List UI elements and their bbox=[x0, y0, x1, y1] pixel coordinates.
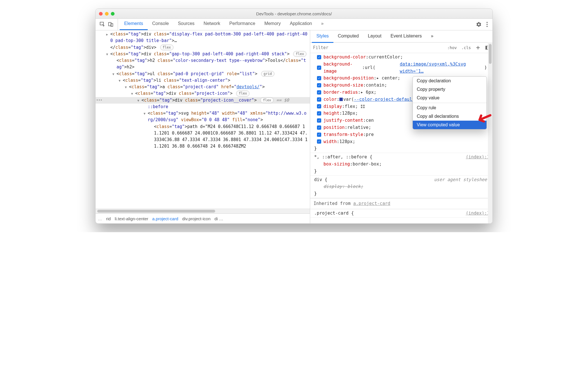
toggle-declaration-checkbox[interactable] bbox=[317, 133, 321, 137]
styles-panel: Styles Computed Layout Event Listeners »… bbox=[310, 30, 492, 223]
styles-tab-eventlisteners[interactable]: Event Listeners bbox=[386, 30, 426, 43]
main-toolbar: Elements Console Sources Network Perform… bbox=[96, 19, 492, 30]
toggle-declaration-checkbox[interactable] bbox=[317, 55, 321, 59]
device-toggle-icon[interactable] bbox=[108, 22, 114, 27]
svg-rect-9 bbox=[363, 105, 365, 106]
flex-editor-icon[interactable] bbox=[361, 104, 365, 108]
minimize-window-icon[interactable] bbox=[105, 12, 109, 16]
traffic-lights bbox=[99, 12, 115, 16]
toggle-declaration-checkbox[interactable] bbox=[317, 76, 321, 80]
css-declaration[interactable]: background-color: currentColor; bbox=[314, 54, 490, 61]
dom-horizontal-scrollbar[interactable] bbox=[96, 209, 310, 213]
styles-tab-layout[interactable]: Layout bbox=[363, 30, 386, 43]
dom-node[interactable]: ▼<class="tag">div class="project-icon"> … bbox=[96, 90, 310, 97]
toggle-declaration-checkbox[interactable] bbox=[317, 125, 321, 130]
dom-node[interactable]: ▼<class="tag">ul class="pad-0 project-gr… bbox=[96, 71, 310, 77]
svg-rect-8 bbox=[361, 105, 362, 106]
toggle-declaration-checkbox[interactable] bbox=[317, 83, 321, 87]
css-rule[interactable]: .project-card {(index):1 bbox=[310, 209, 492, 218]
context-menu-item[interactable]: Copy property bbox=[413, 85, 487, 94]
layout-badge[interactable]: flex bbox=[236, 91, 249, 97]
tab-application[interactable]: Application bbox=[285, 18, 316, 30]
tab-performance[interactable]: Performance bbox=[225, 18, 260, 30]
svg-rect-7 bbox=[486, 46, 487, 49]
layout-badge[interactable]: flex bbox=[260, 97, 274, 103]
tab-elements[interactable]: Elements bbox=[120, 18, 148, 30]
styles-filterbar: :hov .cls bbox=[310, 43, 492, 53]
css-declaration[interactable]: transform-style: pre bbox=[314, 131, 490, 138]
layout-badge[interactable]: flex bbox=[160, 45, 174, 51]
css-rule[interactable]: *, ::after, ::before {(index):1box-sizin… bbox=[310, 153, 492, 175]
new-style-rule-icon[interactable] bbox=[473, 45, 483, 50]
crumb-item[interactable]: rid bbox=[106, 216, 111, 221]
toggle-declaration-checkbox[interactable] bbox=[317, 118, 321, 123]
window-titlebar: DevTools - developer.chrome.com/docs/ bbox=[96, 9, 492, 19]
styles-tab-computed[interactable]: Computed bbox=[333, 30, 363, 43]
dom-node[interactable]: ▼<class="tag">li class="text-align-cente… bbox=[96, 77, 310, 84]
window-title: DevTools - developer.chrome.com/docs/ bbox=[96, 11, 492, 16]
zoom-window-icon[interactable] bbox=[111, 12, 115, 16]
tab-console[interactable]: Console bbox=[148, 18, 174, 30]
dom-node[interactable]: ▼<class="tag">svg height="48" width="48"… bbox=[96, 110, 310, 123]
breadcrumbs: … rid li.text-align-center a.project-car… bbox=[96, 213, 310, 223]
dom-node[interactable]: ▶<class="tag">div class="display-flex pa… bbox=[96, 31, 310, 44]
crumb-overflow-right[interactable]: di … bbox=[215, 216, 223, 221]
layout-badge[interactable]: grid bbox=[261, 71, 274, 77]
svg-rect-10 bbox=[361, 107, 362, 108]
hov-toggle[interactable]: :hov bbox=[445, 45, 459, 50]
content-split: ▶<class="tag">div class="display-flex pa… bbox=[96, 30, 492, 223]
crumb-item[interactable]: a.project-card bbox=[152, 216, 178, 221]
styles-tabs-overflow-icon[interactable]: » bbox=[426, 30, 438, 43]
context-menu-item[interactable]: Copy declaration bbox=[413, 77, 487, 85]
tab-network[interactable]: Network bbox=[199, 18, 225, 30]
context-menu-item[interactable]: Copy all declarations bbox=[413, 112, 487, 121]
toggle-declaration-checkbox[interactable] bbox=[317, 104, 321, 108]
inspect-icon[interactable] bbox=[100, 22, 105, 27]
css-declaration[interactable]: display: block; bbox=[314, 183, 490, 190]
css-declaration[interactable]: box-sizing: border-box; bbox=[314, 161, 490, 168]
styles-tab-styles[interactable]: Styles bbox=[312, 30, 333, 43]
styles-filter-input[interactable] bbox=[310, 45, 445, 50]
close-window-icon[interactable] bbox=[99, 12, 103, 16]
dom-node[interactable]: ▼<class="tag">a class="project-card" hre… bbox=[96, 84, 310, 90]
layout-badge[interactable]: flex bbox=[293, 51, 306, 57]
css-declaration[interactable]: background-image: url(data:image/svg+xml… bbox=[314, 61, 490, 75]
toggle-declaration-checkbox[interactable] bbox=[317, 111, 321, 116]
css-declaration[interactable]: width: 128px; bbox=[314, 138, 490, 145]
context-menu-item[interactable]: Copy value bbox=[413, 94, 487, 102]
dom-tree[interactable]: ▶<class="tag">div class="display-flex pa… bbox=[96, 30, 310, 209]
context-menu-item[interactable]: Copy rule bbox=[413, 104, 487, 112]
settings-icon[interactable] bbox=[476, 22, 482, 27]
more-icon[interactable] bbox=[486, 22, 488, 27]
color-swatch-icon[interactable] bbox=[339, 98, 343, 101]
dom-node[interactable]: ▼<class="tag">div class="gap-top-300 pad… bbox=[96, 51, 310, 57]
svg-point-5 bbox=[487, 26, 488, 27]
dom-node[interactable]: ::before bbox=[96, 104, 310, 110]
cls-toggle[interactable]: .cls bbox=[459, 45, 473, 50]
toggle-declaration-checkbox[interactable] bbox=[317, 97, 321, 102]
css-rule[interactable]: div {user agent stylesheetdisplay: block… bbox=[310, 176, 492, 198]
toggle-declaration-checkbox[interactable] bbox=[317, 90, 321, 95]
crumb-overflow-left[interactable]: … bbox=[98, 216, 102, 221]
styles-scrollbar[interactable] bbox=[488, 42, 492, 223]
tab-memory[interactable]: Memory bbox=[260, 18, 285, 30]
crumb-item[interactable]: li.text-align-center bbox=[115, 216, 148, 221]
toolbar-left bbox=[96, 19, 118, 30]
inherited-from-header: Inherited from a.project-card bbox=[310, 198, 492, 209]
toggle-declaration-checkbox[interactable] bbox=[317, 66, 321, 70]
toggle-declaration-checkbox[interactable] bbox=[317, 139, 321, 144]
scrollbar-thumb[interactable] bbox=[489, 44, 492, 64]
tabs-overflow-icon[interactable]: » bbox=[316, 18, 328, 30]
dom-node[interactable]: </class="tag">div> flex bbox=[96, 44, 310, 51]
tab-sources[interactable]: Sources bbox=[173, 18, 199, 30]
styles-tabs: Styles Computed Layout Event Listeners » bbox=[310, 30, 492, 43]
scrollbar-thumb[interactable] bbox=[97, 210, 215, 213]
context-menu-item[interactable]: View computed value bbox=[413, 121, 487, 129]
context-menu: Copy declarationCopy propertyCopy valueC… bbox=[413, 76, 487, 129]
dom-node[interactable]: <class="tag">h2 class="color-secondary-t… bbox=[96, 57, 310, 71]
dom-node[interactable]: ▼<class="tag">div class="project-icon__c… bbox=[96, 97, 310, 104]
svg-point-3 bbox=[487, 22, 488, 23]
dom-node[interactable]: <class="tag">path d="M24 0.666748C11.12 … bbox=[96, 123, 310, 150]
crumb-item[interactable]: div.project-icon bbox=[182, 216, 211, 221]
elements-panel: ▶<class="tag">div class="display-flex pa… bbox=[96, 30, 310, 223]
